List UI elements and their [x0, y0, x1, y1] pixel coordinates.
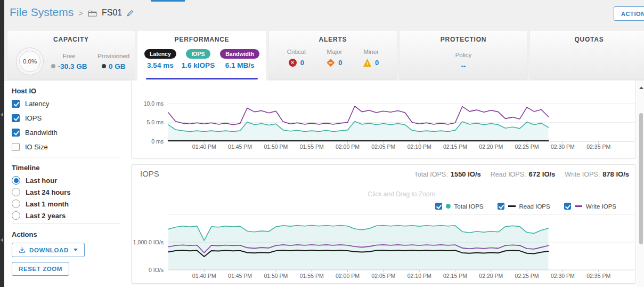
actions-button[interactable]: ACTIONS	[614, 6, 644, 21]
download-icon	[19, 246, 26, 253]
performance-card[interactable]: PERFORMANCE Latency3.54 msIOPS1.6 kIOPSB…	[137, 31, 266, 81]
free-label: Free	[51, 53, 87, 59]
svg-text:01:45 PM: 01:45 PM	[228, 273, 252, 279]
checkbox-icon[interactable]	[12, 143, 20, 151]
svg-text:01:55 PM: 01:55 PM	[300, 273, 324, 279]
iops-section-title: IOPS	[140, 169, 159, 178]
reset-zoom-button[interactable]: RESET ZOOM	[12, 262, 69, 276]
radio-icon[interactable]	[12, 188, 20, 196]
alert-count: 0	[375, 59, 379, 67]
metric-value: 1.6 kIOPS	[182, 61, 215, 69]
stat-label: Write IOPS:	[565, 171, 600, 178]
breadcrumb-root-link[interactable]: File Systems	[10, 6, 74, 19]
svg-text:02:35 PM: 02:35 PM	[586, 144, 610, 150]
checkbox-icon[interactable]	[498, 203, 504, 210]
svg-text:02:20 PM: 02:20 PM	[479, 144, 503, 150]
svg-text:02:35 PM: 02:35 PM	[586, 273, 610, 279]
legend-label: Read IOPS	[519, 203, 550, 210]
iops-chart[interactable]: 01:40 PM01:45 PM01:50 PM01:55 PM02:00 PM…	[132, 165, 635, 283]
svg-text:02:30 PM: 02:30 PM	[551, 144, 575, 150]
quotas-card[interactable]: QUOTAS	[530, 31, 644, 79]
charts-area: 01:40 PM01:45 PM01:50 PM01:55 PM02:00 PM…	[128, 81, 644, 287]
stat-value: 672 IO/s	[528, 170, 555, 178]
svg-text:01:40 PM: 01:40 PM	[192, 144, 216, 150]
host-io-option-iops[interactable]: IOPS	[12, 114, 120, 122]
radio-icon[interactable]	[12, 200, 20, 208]
svg-text:01:40 PM: 01:40 PM	[192, 273, 216, 279]
svg-text:01:55 PM: 01:55 PM	[300, 144, 324, 150]
host-io-options: LatencyIOPSBandwidthIO Size	[12, 99, 120, 151]
checkbox-icon[interactable]	[12, 114, 20, 122]
checkbox-icon[interactable]	[435, 203, 442, 210]
svg-text:02:25 PM: 02:25 PM	[515, 273, 539, 279]
collapsed-nav-rail[interactable]	[0, 0, 4, 287]
svg-text:02:15 PM: 02:15 PM	[443, 144, 467, 150]
option-label: Bandwidth	[25, 129, 58, 137]
iops-legend: Total IOPSRead IOPSWrite IOPS	[435, 203, 616, 210]
iops-chart-panel[interactable]: IOPS Total IOPS:1550 IO/sRead IOPS:672 I…	[131, 164, 636, 284]
alert-critical: Critical0	[287, 49, 306, 67]
download-button[interactable]: DOWNLOAD	[12, 243, 85, 257]
host-io-option-latency[interactable]: Latency	[12, 99, 120, 108]
svg-text:02:10 PM: 02:10 PM	[407, 273, 431, 279]
alert-count: 0	[300, 59, 304, 67]
scroll-up-icon[interactable]	[639, 86, 643, 89]
svg-text:0 ms: 0 ms	[151, 138, 164, 145]
alerts-card-title: ALERTS	[269, 36, 397, 43]
svg-text:10.0 ms: 10.0 ms	[144, 100, 164, 107]
timeline-option-last-1-month[interactable]: Last 1 month	[12, 200, 120, 208]
caret-down-icon	[74, 249, 78, 251]
alerts-card[interactable]: ALERTS Critical0Major0Minor0	[269, 31, 397, 79]
legend-item-total-iops[interactable]: Total IOPS	[435, 203, 484, 210]
sidebar-divider	[12, 224, 120, 224]
breadcrumb: File Systems > FS01	[10, 6, 134, 19]
file-system-performance-page: File Systems > FS01 ACTIONS CAPACITY 0	[0, 0, 644, 287]
checkbox-icon[interactable]	[12, 129, 20, 137]
iops-stats: Total IOPS:1550 IO/sRead IOPS:672 IO/sWr…	[414, 170, 629, 178]
selected-card-underline	[146, 78, 258, 79]
option-label: Last 2 years	[26, 212, 66, 220]
metric-pill: Latency	[144, 49, 176, 59]
radio-icon[interactable]	[12, 176, 20, 185]
latency-chart[interactable]: 01:40 PM01:45 PM01:50 PM01:55 PM02:00 PM…	[132, 81, 635, 158]
timeline-option-last-hour[interactable]: Last hour	[12, 176, 120, 185]
svg-text:02:30 PM: 02:30 PM	[551, 273, 575, 279]
latency-chart-panel[interactable]: 01:40 PM01:45 PM01:50 PM01:55 PM02:00 PM…	[131, 81, 636, 158]
checkbox-icon[interactable]	[12, 100, 20, 108]
free-value: -30.3 GB	[58, 62, 87, 70]
timeline-option-last-2-years[interactable]: Last 2 years	[12, 211, 120, 220]
svg-text:02:05 PM: 02:05 PM	[371, 273, 395, 279]
performance-metric-iops: IOPS1.6 kIOPS	[182, 49, 215, 69]
series-line-icon	[508, 205, 516, 207]
free-dot-icon	[51, 64, 55, 68]
series-line-icon	[575, 205, 582, 207]
svg-text:02:00 PM: 02:00 PM	[336, 273, 360, 279]
vertical-scrollbar[interactable]	[638, 81, 644, 287]
edit-pencil-icon[interactable]	[127, 10, 134, 17]
host-io-option-io-size[interactable]: IO Size	[12, 142, 120, 151]
host-io-heading: Host IO	[12, 87, 120, 95]
stat-value: 1550 IO/s	[451, 170, 481, 178]
option-label: Last 1 month	[26, 200, 69, 208]
legend-item-read-iops[interactable]: Read IOPS	[498, 203, 550, 210]
metric-pill: IOPS	[186, 49, 210, 59]
timeline-option-last-24-hours[interactable]: Last 24 hours	[12, 188, 120, 196]
scrollbar-thumb[interactable]	[639, 113, 643, 244]
legend-item-write-iops[interactable]: Write IOPS	[564, 203, 616, 210]
svg-text:01:50 PM: 01:50 PM	[264, 144, 288, 150]
alert-critical-icon	[289, 59, 297, 67]
alert-minor-icon	[363, 59, 371, 67]
provisioned-dot-icon	[102, 64, 106, 68]
capacity-card[interactable]: CAPACITY 0.0% Free -30.3 GB Provisioned …	[7, 31, 135, 79]
host-io-option-bandwidth[interactable]: Bandwidth	[12, 128, 120, 137]
stat-write-iops: Write IOPS:878 IO/s	[565, 170, 629, 178]
radio-icon[interactable]	[12, 211, 20, 220]
protection-card[interactable]: PROTECTION Policy --	[400, 31, 527, 79]
metric-pill: Bandwidth	[220, 49, 259, 59]
legend-label: Total IOPS	[454, 203, 484, 210]
checkbox-icon[interactable]	[564, 203, 571, 210]
svg-text:01:50 PM: 01:50 PM	[264, 273, 288, 279]
download-button-label: DOWNLOAD	[29, 247, 69, 253]
stat-read-iops: Read IOPS:672 IO/s	[491, 170, 556, 178]
svg-text:02:10 PM: 02:10 PM	[407, 144, 431, 150]
